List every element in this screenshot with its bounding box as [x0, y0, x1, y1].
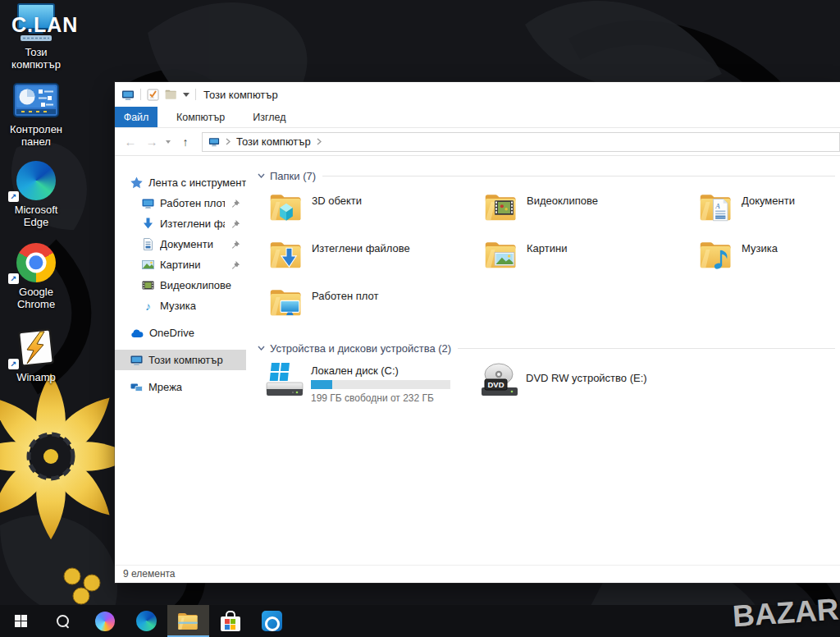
group-header-folders[interactable]: Папки (7) [256, 167, 840, 184]
chevron-down-icon[interactable] [183, 93, 189, 97]
desktop-icon [142, 197, 154, 209]
folder-videos-icon [484, 189, 518, 227]
divider [322, 176, 835, 176]
sidebar-item-label: OneDrive [149, 327, 194, 339]
folder-tile-label: Музика [742, 242, 778, 254]
recent-locations-chevron-icon[interactable] [166, 140, 171, 144]
forward-button[interactable]: → [141, 135, 162, 149]
folder-tile-music[interactable]: Музика [699, 236, 840, 284]
sidebar-item-videos[interactable]: Видеоклипове [115, 275, 246, 296]
quick-access-star-icon [130, 176, 143, 189]
folder-pictures-icon [484, 236, 518, 274]
breadcrumb[interactable]: Този компютър [236, 135, 311, 148]
folder-tile-label: Изтеглени файлове [312, 242, 410, 254]
control-panel-icon [13, 83, 59, 117]
new-folder-icon[interactable] [165, 89, 177, 100]
chevron-collapse-icon[interactable] [258, 173, 265, 178]
shortcut-arrow-icon: ↗ [8, 359, 19, 369]
sidebar-item-label: Документи [160, 238, 213, 250]
folder-tile-videos[interactable]: Видеоклипове [484, 189, 699, 236]
folder-tile-desktop[interactable]: Работен плот [269, 284, 484, 332]
sidebar-item-downloads[interactable]: Изтеглени файл [115, 213, 246, 234]
divider [140, 89, 141, 100]
sidebar-item-label: Картини [160, 259, 200, 271]
quick-access-toolbar [121, 89, 196, 101]
properties-check-icon[interactable] [147, 89, 159, 101]
videos-icon [142, 279, 154, 291]
tab-computer[interactable]: Компютър [162, 107, 239, 127]
group-header-devices[interactable]: Устройства и дискови устройства (2) [256, 340, 840, 356]
file-list-area: Папки (7) 3D обекти Видеоклипове [246, 156, 840, 565]
sidebar-item-network[interactable]: Мрежа [115, 377, 246, 397]
desktop-icon-control-panel[interactable]: Контролен панел [2, 79, 71, 148]
sidebar-item-documents[interactable]: Документи [115, 234, 246, 254]
local-disk-icon [266, 361, 304, 401]
folder-downloads-icon [269, 236, 304, 274]
sidebar-item-quick-access[interactable]: Лента с инструменти [115, 172, 246, 193]
navigation-pane: Лента с инструменти Работен плот Изтегле… [115, 156, 246, 565]
drive-c-tile[interactable]: Локален диск (C:) 199 ГБ свободни от 232… [266, 361, 481, 415]
folder-tile-label: 3D обекти [312, 195, 362, 207]
outlook-icon [262, 611, 282, 631]
watermark-clan: C.LAN [11, 13, 78, 37]
group-title: Папки (7) [270, 170, 316, 182]
drive-label: Локален диск (C:) [311, 364, 450, 377]
tab-view[interactable]: Изглед [239, 107, 299, 127]
pin-icon [231, 199, 240, 209]
desktop-icon-chrome[interactable]: ↗ Google Chrome [2, 241, 71, 310]
sidebar-item-onedrive[interactable]: OneDrive [115, 323, 246, 343]
chevron-right-icon[interactable] [317, 138, 322, 145]
svg-text:A: A [714, 202, 720, 210]
folder-tile-label: Документи [742, 195, 795, 207]
tab-file[interactable]: Файл [115, 107, 158, 127]
chevron-collapse-icon[interactable] [258, 346, 265, 351]
pin-icon [231, 240, 240, 250]
drive-label: DVD RW устройство (E:) [526, 372, 647, 384]
winamp-icon [15, 326, 57, 370]
folder-music-icon [699, 236, 733, 274]
taskbar-edge-button[interactable] [126, 605, 167, 637]
folder-3d-objects-icon [269, 189, 304, 227]
dvd-badge: DVD [487, 380, 504, 389]
folder-tile-documents[interactable]: A Документи [699, 189, 840, 236]
folder-tile-label: Работен плот [312, 290, 378, 302]
start-icon [15, 615, 28, 628]
sidebar-item-label: Видеоклипове [160, 279, 231, 291]
pin-icon [231, 260, 240, 270]
desktop: C.LAN BAZAR Този компютър [0, 0, 840, 637]
sidebar-item-music[interactable]: ♪ Музика [115, 296, 246, 316]
folder-tile-label: Видеоклипове [527, 195, 598, 207]
dvd-drive-icon: DVD [481, 361, 518, 401]
sidebar-item-label: Изтеглени файл [160, 218, 225, 230]
sidebar-item-label: Работен плот [160, 197, 225, 209]
status-bar: 9 елемента [115, 565, 840, 583]
desktop-icon-winamp[interactable]: ↗ Winamp [2, 327, 71, 383]
sidebar-item-desktop[interactable]: Работен плот [115, 193, 246, 213]
folder-tile-pictures[interactable]: Картини [484, 236, 699, 284]
start-button[interactable] [0, 605, 42, 637]
search-icon [56, 614, 71, 629]
taskbar-search-button[interactable] [42, 605, 84, 637]
back-button[interactable]: ← [120, 135, 141, 149]
sidebar-item-this-pc[interactable]: Този компютър [115, 350, 246, 370]
ribbon-tabs: Файл Компютър Изглед [115, 107, 840, 128]
disk-usage-fill [311, 380, 332, 389]
microsoft-store-icon [221, 611, 240, 631]
taskbar-file-explorer-button[interactable] [167, 605, 209, 637]
chevron-right-icon[interactable] [226, 138, 231, 145]
desktop-icon-label: Контролен панел [2, 123, 71, 148]
desktop-icon-label: Winamp [2, 371, 71, 383]
sidebar-item-label: Лента с инструменти [148, 176, 246, 189]
sidebar-item-pictures[interactable]: Картини [115, 254, 246, 275]
documents-icon [142, 238, 154, 250]
taskbar-store-button[interactable] [209, 605, 251, 637]
drive-dvd-tile[interactable]: DVD DVD RW устройство (E:) [481, 361, 696, 415]
desktop-icon-edge[interactable]: ↗ Microsoft Edge [2, 159, 71, 228]
folder-tile-3d-objects[interactable]: 3D обекти [269, 189, 484, 236]
taskbar-outlook-button[interactable] [251, 605, 293, 637]
address-input[interactable]: Този компютър [202, 132, 840, 152]
folder-tile-downloads[interactable]: Изтеглени файлове [269, 236, 484, 284]
taskbar-copilot-button[interactable] [84, 605, 126, 637]
up-button[interactable]: ↑ [174, 135, 197, 149]
edge-icon [136, 611, 157, 631]
